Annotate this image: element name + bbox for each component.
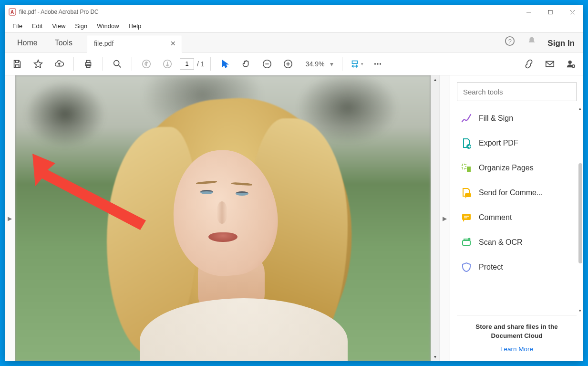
search-tools-input[interactable]: [457, 82, 577, 101]
email-icon[interactable]: [541, 55, 558, 73]
print-icon[interactable]: [80, 55, 97, 73]
tool-fill-and-sign[interactable]: Fill & Sign: [450, 106, 576, 131]
svg-rect-31: [467, 167, 471, 172]
page-total: 1: [201, 60, 205, 68]
tool-label: Fill & Sign: [479, 114, 513, 123]
shield-icon: [461, 261, 472, 273]
close-tab-icon[interactable]: ✕: [161, 40, 176, 47]
app-icon: A: [9, 8, 16, 16]
vertical-scrollbar[interactable]: ▴ ▾: [431, 75, 439, 361]
selection-arrow-icon[interactable]: [217, 55, 234, 73]
promo-text-1: Store and share files in the: [475, 323, 558, 330]
title-bar: A file.pdf - Adobe Acrobat Pro DC: [5, 5, 583, 19]
sign-pen-icon: [461, 113, 472, 124]
svg-rect-33: [462, 214, 471, 220]
send-comment-icon: [461, 187, 472, 199]
svg-line-12: [119, 65, 121, 67]
tool-protect[interactable]: Protect: [450, 255, 576, 280]
tool-label: Export PDF: [479, 139, 518, 147]
svg-point-21: [374, 63, 375, 64]
add-people-icon[interactable]: [562, 55, 579, 73]
tool-export-pdf[interactable]: Export PDF: [450, 131, 576, 156]
notifications-icon[interactable]: [521, 32, 543, 52]
chevron-right-icon: ▶: [443, 215, 447, 222]
page-indicator: / 1: [180, 58, 205, 70]
window-maximize-button[interactable]: [539, 5, 561, 19]
window-minimize-button[interactable]: [517, 5, 539, 19]
chevron-down-icon: ▾: [330, 60, 333, 68]
svg-rect-9: [86, 60, 90, 63]
fit-width-icon[interactable]: ▾: [348, 55, 365, 73]
star-icon[interactable]: [30, 55, 47, 73]
export-pdf-icon: [461, 137, 472, 149]
tab-home[interactable]: Home: [9, 34, 46, 52]
cloud-promo: Store and share files in theDocument Clo…: [450, 315, 583, 361]
tab-row: Home Tools file.pdf ✕ ? Sign In: [5, 32, 583, 52]
menu-window[interactable]: Window: [92, 21, 124, 31]
promo-text-2: Document Cloud: [491, 332, 543, 339]
toolbar: / 1 34.9% ▾ ▾: [5, 52, 583, 75]
scan-icon: +: [461, 237, 472, 248]
svg-point-11: [114, 60, 119, 65]
menu-bar: File Edit View Sign Window Help: [5, 19, 583, 32]
tool-label: Protect: [479, 263, 503, 272]
nav-pane-toggle-right[interactable]: ▶: [439, 75, 450, 361]
page-current-input[interactable]: [180, 58, 194, 70]
more-tools-icon[interactable]: [369, 55, 386, 73]
svg-rect-24: [546, 61, 554, 66]
document-page-image: [15, 75, 431, 361]
chevron-right-icon: ▶: [8, 215, 12, 222]
svg-rect-32: [465, 193, 471, 197]
svg-text:?: ?: [508, 38, 512, 45]
tab-tools[interactable]: Tools: [46, 34, 81, 52]
menu-sign[interactable]: Sign: [70, 21, 92, 31]
zoom-in-icon[interactable]: [279, 55, 297, 73]
zoom-out-icon[interactable]: [258, 55, 276, 73]
svg-rect-36: [463, 241, 470, 245]
tools-panel: Fill & Sign Export PDF Organize Pages Se…: [450, 75, 583, 361]
share-link-icon[interactable]: [520, 55, 537, 73]
document-tab-label: file.pdf: [94, 40, 113, 47]
tool-label: Comment: [479, 213, 512, 222]
tool-label: Scan & OCR: [479, 238, 523, 247]
tool-comment[interactable]: Comment: [450, 205, 576, 230]
tool-send-for-comments[interactable]: Send for Comme...: [450, 180, 576, 205]
zoom-dropdown[interactable]: 34.9% ▾: [300, 60, 336, 68]
menu-view[interactable]: View: [47, 21, 70, 31]
tool-label: Organize Pages: [479, 164, 534, 172]
menu-edit[interactable]: Edit: [27, 21, 47, 31]
document-view[interactable]: ▴ ▾: [15, 75, 439, 361]
prev-page-icon[interactable]: [138, 55, 155, 73]
page-sep: /: [197, 60, 199, 68]
tools-scrollbar[interactable]: ▴▾: [578, 106, 582, 313]
scroll-up-icon[interactable]: ▴: [431, 75, 439, 84]
help-icon[interactable]: ?: [499, 32, 521, 52]
organize-icon: [461, 162, 472, 174]
next-page-icon[interactable]: [159, 55, 176, 73]
find-icon[interactable]: [109, 55, 126, 73]
svg-point-25: [568, 60, 572, 63]
tool-label: Send for Comme...: [479, 188, 543, 197]
learn-more-link[interactable]: Learn More: [500, 345, 533, 353]
cloud-upload-icon[interactable]: [51, 55, 68, 73]
save-icon[interactable]: [9, 55, 26, 73]
window-close-button[interactable]: [561, 5, 583, 19]
menu-help[interactable]: Help: [124, 21, 146, 31]
svg-text:A: A: [10, 10, 14, 15]
window-title: file.pdf - Adobe Acrobat Pro DC: [19, 9, 99, 15]
tool-organize-pages[interactable]: Organize Pages: [450, 156, 576, 180]
svg-rect-30: [462, 164, 466, 169]
svg-rect-20: [352, 61, 358, 63]
sign-in-button[interactable]: Sign In: [543, 35, 579, 52]
svg-rect-10: [86, 64, 90, 67]
svg-rect-3: [548, 10, 552, 14]
svg-point-22: [377, 63, 378, 64]
nav-pane-toggle-left[interactable]: ▶: [5, 75, 15, 361]
svg-point-23: [379, 63, 381, 64]
scroll-down-icon[interactable]: ▾: [431, 353, 439, 361]
tool-scan-ocr[interactable]: + Scan & OCR: [450, 230, 576, 255]
hand-pan-icon[interactable]: [237, 55, 255, 73]
document-tab[interactable]: file.pdf ✕: [87, 35, 182, 52]
menu-file[interactable]: File: [8, 21, 27, 31]
comment-icon: [461, 212, 472, 223]
